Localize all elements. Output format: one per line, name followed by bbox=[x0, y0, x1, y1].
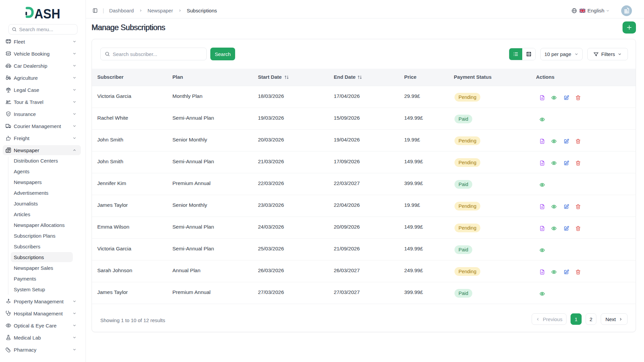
svg-text:ASH: ASH bbox=[35, 6, 60, 20]
